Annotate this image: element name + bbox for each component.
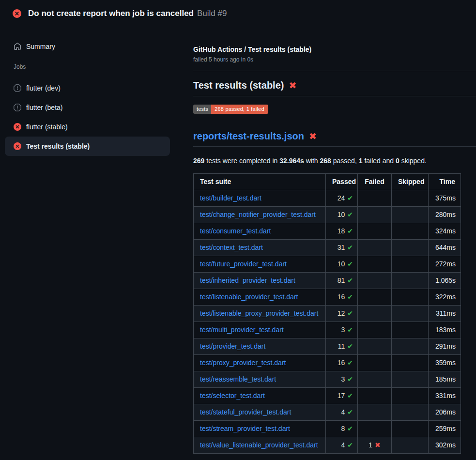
skipped-cell (392, 355, 429, 371)
suite-cell: test/proxy_provider_test.dart (194, 355, 326, 371)
total-count: 269 (193, 157, 204, 165)
passed-cell: 11✔ (326, 338, 358, 355)
build-number: Build #9 (197, 9, 227, 18)
failed-cell (358, 322, 392, 338)
count-value: 4 (341, 408, 345, 416)
report-file-link[interactable]: reports/test-results.json (193, 131, 304, 141)
suite-cell: test/inherited_provider_test.dart (194, 273, 326, 289)
table-row: test/provider_test.dart11✔291ms (194, 338, 461, 355)
duration-value: 32.964s (279, 157, 304, 165)
passed-cell: 16✔ (326, 355, 358, 371)
failed-cell (358, 240, 392, 256)
test-suite-link[interactable]: test/stream_provider_test.dart (200, 425, 290, 432)
skipped-cell (392, 273, 429, 289)
skipped-cell (392, 223, 429, 240)
col-header-test-suite: Test suite (194, 174, 326, 190)
test-suite-link[interactable]: test/stateful_provider_test.dart (200, 408, 291, 416)
check-icon: ✔ (347, 293, 353, 301)
test-suite-link[interactable]: test/builder_test.dart (200, 194, 261, 202)
report-heading: reports/test-results.json✖ (193, 130, 476, 147)
summary-sentence: 269 tests were completed in 32.964s with… (193, 156, 476, 166)
failed-cross-icon: ✖ (289, 80, 296, 91)
time-cell: 280ms (429, 207, 461, 223)
check-icon: ✔ (347, 441, 353, 449)
test-suite-link[interactable]: test/inherited_provider_test.dart (200, 276, 295, 284)
failed-cell (358, 273, 392, 289)
job-label: flutter (stable) (26, 123, 68, 131)
table-row: test/context_test.dart31✔644ms (194, 240, 461, 256)
count-value: 3 (341, 375, 345, 383)
passed-cell: 3✔ (326, 322, 358, 338)
job-label: flutter (beta) (26, 104, 62, 111)
failed-cross-icon: ✖ (309, 131, 317, 141)
time-cell: 185ms (429, 371, 461, 388)
passed-cell: 10✔ (326, 207, 358, 223)
tests-badge: tests 268 passed, 1 failed (193, 105, 268, 114)
test-suite-link[interactable]: test/change_notifier_provider_test.dart (200, 211, 316, 218)
x-circle-fill-icon (14, 142, 21, 150)
suite-cell: test/change_notifier_provider_test.dart (194, 207, 326, 223)
skipped-cell (392, 338, 429, 355)
table-row: test/future_provider_test.dart10✔272ms (194, 256, 461, 273)
test-suite-link[interactable]: test/provider_test.dart (200, 342, 265, 350)
skipped-cell (392, 289, 429, 306)
sidebar-item-flutter-stable[interactable]: flutter (stable) (5, 117, 170, 137)
col-header-passed: Passed (326, 174, 358, 190)
breadcrumb: GitHub Actions / Test results (stable) (193, 45, 476, 54)
passed-cell: 81✔ (326, 273, 358, 289)
skipped-cell (392, 437, 429, 454)
x-circle-fill-icon (14, 123, 21, 131)
count-value: 16 (338, 293, 345, 301)
table-row: test/proxy_provider_test.dart16✔359ms (194, 355, 461, 371)
failed-cell (358, 388, 392, 404)
suite-cell: test/multi_provider_test.dart (194, 322, 326, 338)
col-header-skipped: Skipped (392, 174, 429, 190)
test-suite-link[interactable]: test/selector_test.dart (200, 392, 265, 399)
test-suite-link[interactable]: test/context_test.dart (200, 244, 263, 251)
check-icon: ✔ (347, 211, 353, 218)
suite-cell: test/provider_test.dart (194, 338, 326, 355)
section-heading: Test results (stable)✖ (193, 79, 476, 96)
check-icon: ✔ (347, 244, 353, 251)
test-suite-link[interactable]: test/future_provider_test.dart (200, 260, 287, 268)
test-suite-link[interactable]: test/listenable_proxy_provider_test.dart (200, 309, 318, 317)
count-value: 16 (338, 359, 345, 367)
passed-cell: 4✔ (326, 437, 358, 454)
sidebar-item-flutter-beta[interactable]: flutter (beta) (5, 98, 170, 117)
skipped-cell (392, 421, 429, 437)
failed-cell (358, 371, 392, 388)
section-heading-text: Test results (stable) (193, 80, 284, 91)
sidebar-item-test-results-stable[interactable]: Test results (stable) (5, 137, 170, 156)
time-cell: 291ms (429, 338, 461, 355)
test-suite-link[interactable]: test/reassemble_test.dart (200, 375, 276, 383)
stop-icon (14, 84, 21, 92)
sidebar-item-summary[interactable]: Summary (5, 38, 170, 55)
count-value: 4 (341, 441, 345, 449)
skipped-cell (392, 256, 429, 273)
passed-count: 268 (320, 157, 331, 165)
suite-cell: test/builder_test.dart (194, 190, 326, 207)
suite-cell: test/reassemble_test.dart (194, 371, 326, 388)
table-row: test/selector_test.dart17✔331ms (194, 388, 461, 404)
time-cell: 272ms (429, 256, 461, 273)
time-cell: 206ms (429, 404, 461, 421)
check-run-header: Do not create report when job is cancell… (0, 0, 476, 27)
col-header-time: Time (429, 174, 461, 190)
suite-cell: test/context_test.dart (194, 240, 326, 256)
check-icon: ✔ (347, 326, 353, 334)
test-suite-link[interactable]: test/listenable_provider_test.dart (200, 293, 298, 301)
skipped-cell (392, 190, 429, 207)
table-row: test/consumer_test.dart18✔324ms (194, 223, 461, 240)
table-row: test/listenable_provider_test.dart16✔322… (194, 289, 461, 306)
failed-cell: 1✖ (358, 437, 392, 454)
test-suite-link[interactable]: test/multi_provider_test.dart (200, 326, 284, 334)
check-icon: ✔ (347, 194, 353, 202)
sidebar-item-flutter-dev[interactable]: flutter (dev) (5, 78, 170, 98)
test-suite-link[interactable]: test/value_listenable_provider_test.dart (200, 441, 318, 449)
failed-cell (358, 190, 392, 207)
count-value: 10 (338, 211, 345, 218)
table-row: test/listenable_proxy_provider_test.dart… (194, 306, 461, 322)
test-suite-link[interactable]: test/proxy_provider_test.dart (200, 359, 286, 367)
run-status-text: failed 5 hours ago in 0s (193, 56, 476, 64)
test-suite-link[interactable]: test/consumer_test.dart (200, 227, 271, 235)
